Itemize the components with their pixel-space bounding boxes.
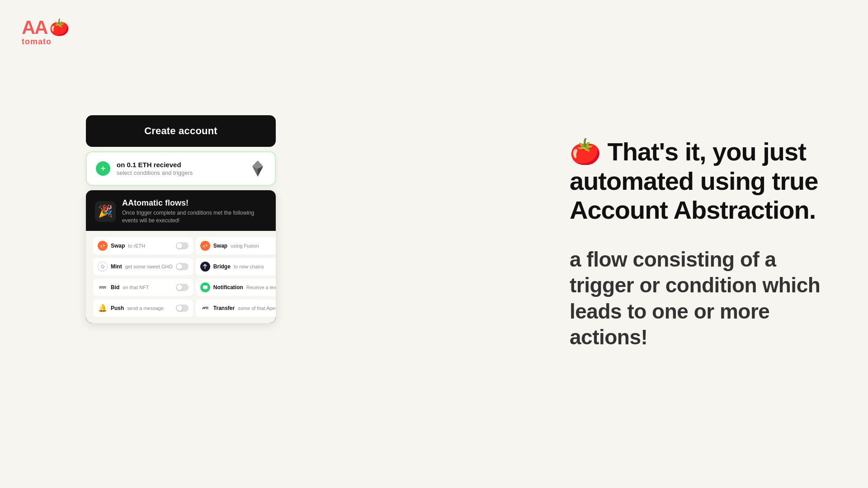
- notification-name: Notification: [213, 284, 243, 291]
- flows-description: Once trigger complete and conditions met…: [122, 209, 267, 225]
- flows-icon: 🎉: [95, 201, 116, 222]
- swap-right-icon: [200, 241, 210, 251]
- trigger-card: + on 0.1 ETH recieved select conditions …: [86, 151, 276, 186]
- swap-left-toggle[interactable]: [176, 242, 189, 249]
- swap-right-desc: using Fusion: [231, 243, 276, 249]
- mint-icon: ◇: [98, 262, 108, 272]
- mint-toggle[interactable]: [176, 263, 189, 270]
- bid-desc: on that NFT: [123, 285, 172, 290]
- push-icon: 🔔: [98, 303, 108, 313]
- ui-panel: Create account + on 0.1 ETH recieved sel…: [86, 115, 276, 323]
- subtext: a flow consisting of a trigger or condit…: [570, 247, 823, 351]
- bid-icon: ww: [98, 282, 108, 292]
- logo-tomato-icon: 🍅: [49, 19, 70, 36]
- logo-brand-name: tomato: [22, 37, 52, 47]
- list-item: Swap to rETH: [93, 237, 193, 254]
- logo: AA 🍅 tomato: [22, 18, 70, 47]
- list-item: ◇ Mint get some sweet GHO: [93, 258, 193, 275]
- push-name: Push: [111, 305, 124, 311]
- bridge-name: Bridge: [213, 263, 231, 270]
- transfer-name: Transfer: [213, 305, 235, 311]
- notification-desc: Receive a text: [246, 285, 276, 290]
- swap-left-desc: to rETH: [128, 243, 172, 249]
- list-item: Notification Receive a text: [196, 279, 276, 296]
- flows-header: 🎉 AAtomatic flows! Once trigger complete…: [86, 190, 276, 231]
- logo-aa-text: AA: [22, 18, 47, 37]
- flows-header-text: AAtomatic flows! Once trigger complete a…: [122, 198, 267, 225]
- flows-title: AAtomatic flows!: [122, 198, 267, 208]
- transfer-icon: APE: [200, 303, 210, 313]
- flows-card: 🎉 AAtomatic flows! Once trigger complete…: [86, 190, 276, 323]
- trigger-text: on 0.1 ETH recieved select conditions an…: [117, 161, 243, 176]
- list-item: Bridge to new chains: [196, 258, 276, 275]
- eth-icon: [250, 160, 266, 177]
- bid-toggle[interactable]: [176, 284, 189, 291]
- notification-icon: [200, 282, 210, 292]
- bridge-desc: to new chains: [234, 264, 276, 269]
- bridge-icon: [200, 262, 210, 272]
- list-item: Swap using Fusion: [196, 237, 276, 254]
- mint-name: Mint: [111, 263, 122, 270]
- trigger-plus-icon[interactable]: +: [96, 161, 110, 176]
- mint-desc: get some sweet GHO: [125, 264, 173, 269]
- push-desc: send a message: [127, 305, 172, 311]
- trigger-subtitle: select conditions and triggers: [117, 169, 243, 176]
- list-item: 🔔 Push send a message: [93, 300, 193, 317]
- create-account-button[interactable]: Create account: [86, 115, 276, 147]
- push-toggle[interactable]: [176, 305, 189, 312]
- swap-left-icon: [98, 241, 108, 251]
- svg-rect-6: [203, 286, 208, 289]
- transfer-desc: some of that ApeCoin: [238, 305, 276, 311]
- trigger-title: on 0.1 ETH recieved: [117, 161, 243, 169]
- right-text-panel: 🍅 That's it, you just automated using tr…: [542, 0, 868, 488]
- swap-right-name: Swap: [213, 243, 227, 249]
- list-item: ww Bid on that NFT: [93, 279, 193, 296]
- headline: 🍅 That's it, you just automated using tr…: [570, 137, 823, 225]
- flows-grid: Swap to rETH Swap using Fusion ◇ Mint ge…: [86, 231, 276, 323]
- list-item: APE Transfer some of that ApeCoin: [196, 300, 276, 317]
- bid-name: Bid: [111, 284, 119, 291]
- swap-left-name: Swap: [111, 243, 125, 249]
